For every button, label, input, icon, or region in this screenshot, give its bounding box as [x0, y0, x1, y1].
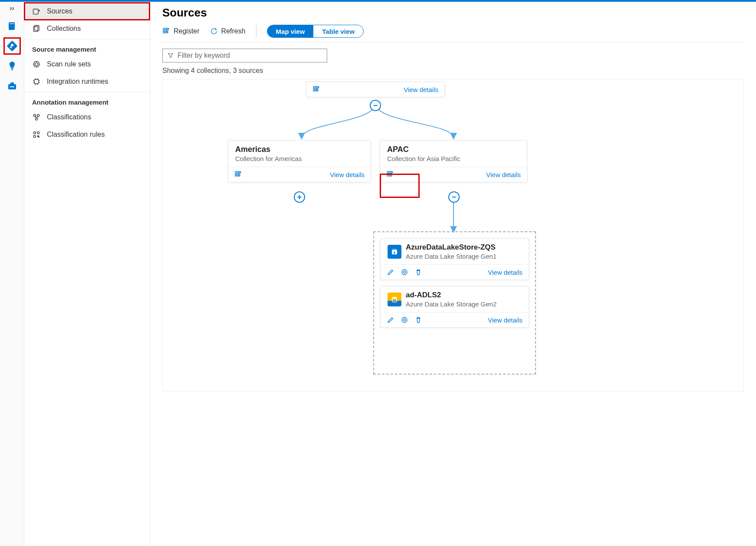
americas-expand-button[interactable]: + [294, 191, 305, 203]
view-toggle: Map view Table view [267, 25, 364, 38]
showing-text: Showing 4 collections, 3 sources [162, 67, 744, 75]
adls-gen2-icon [388, 293, 401, 306]
collection-name: Americas [235, 145, 364, 154]
nav-classifications[interactable]: Classifications [24, 109, 150, 126]
root-view-details-link[interactable]: View details [404, 86, 438, 93]
source-view-details-link[interactable]: View details [488, 316, 523, 324]
nav-classification-rules[interactable]: Classification rules [24, 126, 150, 143]
highlight-apac-register [380, 174, 420, 198]
apac-sources-group: AzureDataLakeStore-ZQS Azure Data Lake S… [373, 231, 536, 375]
source-card: ad-ADLS2 Azure Data Lake Storage Gen2 Vi… [380, 286, 529, 328]
register-source-icon[interactable] [234, 171, 242, 178]
svg-rect-15 [34, 79, 39, 84]
register-source-icon[interactable] [312, 86, 320, 93]
source-card: AzureDataLakeStore-ZQS Azure Data Lake S… [380, 238, 529, 280]
svg-rect-5 [11, 68, 13, 69]
edit-icon[interactable] [387, 316, 394, 324]
svg-point-21 [33, 135, 36, 138]
nav-section-annotation-mgmt: Annotation management [24, 92, 150, 109]
nav-sources[interactable]: Sources [24, 3, 150, 20]
source-type: Azure Data Lake Storage Gen1 [406, 253, 496, 260]
map-canvas: View details − Americas Collection for A… [162, 79, 744, 391]
svg-rect-24 [313, 86, 318, 91]
main-content: Sources Register Refresh Map view Table … [150, 0, 756, 546]
apac-collapse-button[interactable]: − [448, 191, 460, 203]
edit-icon[interactable] [387, 268, 394, 276]
nav-scan-rule-sets[interactable]: Scan rule sets [24, 56, 150, 73]
filter-input[interactable]: Filter by keyword [162, 49, 327, 62]
grid-plus-icon [162, 27, 170, 35]
nav-classification-rules-label: Classification rules [47, 131, 105, 138]
delete-icon[interactable] [414, 268, 422, 276]
refresh-icon [210, 27, 218, 35]
rail-data-map-icon[interactable] [6, 40, 18, 52]
svg-point-1 [9, 23, 14, 24]
svg-point-29 [392, 297, 397, 299]
filter-icon [167, 52, 174, 59]
svg-rect-8 [10, 82, 14, 84]
svg-point-13 [33, 61, 39, 67]
nav-collections-label: Collections [47, 25, 81, 33]
icon-rail: ›› [0, 0, 24, 546]
nav-classifications-label: Classifications [47, 113, 91, 121]
svg-point-30 [402, 317, 407, 322]
svg-rect-12 [33, 26, 38, 32]
page-title: Sources [162, 6, 744, 20]
source-type: Azure Data Lake Storage Gen2 [406, 300, 496, 308]
svg-point-14 [35, 63, 38, 66]
svg-rect-6 [11, 69, 13, 70]
collection-desc: Collection for Asia Pacific [387, 155, 520, 162]
americas-view-details-link[interactable]: View details [330, 171, 365, 178]
svg-point-28 [404, 271, 406, 273]
map-view-toggle[interactable]: Map view [267, 25, 314, 37]
root-collapse-button[interactable]: − [370, 100, 381, 111]
nav-scan-rule-sets-label: Scan rule sets [47, 60, 91, 68]
nav-integration-runtimes-label: Integration runtimes [47, 78, 108, 86]
delete-icon[interactable] [414, 316, 422, 324]
svg-point-18 [36, 118, 38, 120]
register-button[interactable]: Register [162, 27, 200, 35]
source-name: ad-ADLS2 [406, 291, 496, 299]
nav-section-source-mgmt: Source management [24, 39, 150, 56]
svg-point-4 [10, 46, 12, 48]
svg-point-19 [33, 132, 36, 134]
svg-point-27 [402, 270, 407, 275]
svg-point-20 [37, 132, 39, 134]
svg-point-31 [404, 319, 406, 321]
toolbar: Register Refresh Map view Table view [162, 25, 744, 42]
refresh-button[interactable]: Refresh [210, 27, 246, 35]
rail-insights-icon[interactable] [6, 60, 18, 72]
collection-desc: Collection for Americas [235, 155, 364, 162]
collection-americas-card: Americas Collection for Americas View de… [228, 140, 371, 182]
scan-icon[interactable] [401, 316, 408, 324]
svg-rect-10 [33, 9, 39, 14]
rail-management-icon[interactable] [6, 80, 18, 92]
svg-rect-23 [163, 28, 168, 33]
svg-rect-9 [10, 86, 14, 87]
svg-rect-11 [35, 26, 39, 31]
scan-icon[interactable] [401, 268, 408, 276]
adls-gen1-icon [388, 245, 401, 259]
apac-view-details-link[interactable]: View details [486, 171, 521, 178]
svg-rect-25 [235, 171, 240, 176]
svg-point-3 [11, 44, 13, 46]
table-view-toggle[interactable]: Table view [313, 25, 363, 37]
expand-rail-button[interactable]: ›› [10, 4, 14, 12]
nav-integration-runtimes[interactable]: Integration runtimes [24, 73, 150, 90]
collection-name: APAC [387, 145, 520, 154]
root-collection-card: View details [306, 82, 445, 97]
rail-data-catalog-icon[interactable] [6, 20, 18, 32]
nav-collections[interactable]: Collections [24, 20, 150, 37]
nav-sources-label: Sources [47, 7, 72, 15]
side-nav: Sources Collections Source management Sc… [24, 0, 150, 546]
source-view-details-link[interactable]: View details [488, 269, 523, 276]
source-name: AzureDataLakeStore-ZQS [406, 243, 496, 252]
